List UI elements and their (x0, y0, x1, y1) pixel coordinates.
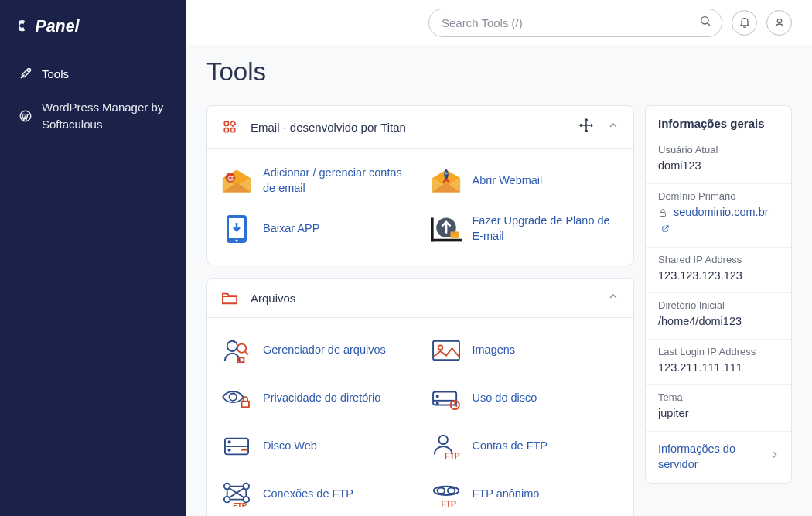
info-value: seudominio.com.br (658, 205, 779, 237)
eye-lock-icon (221, 383, 252, 414)
tool-upgrade-email-plan[interactable]: Fazer Upgrade de Plano de E-mail (425, 207, 626, 251)
chevron-up-icon[interactable] (607, 119, 619, 135)
svg-text:@: @ (227, 174, 234, 182)
tool-label: FTP anônimo (473, 487, 540, 502)
svg-rect-5 (230, 121, 236, 126)
header (186, 0, 812, 45)
external-link-icon (661, 222, 670, 237)
tool-disk-usage[interactable]: Uso do disco (425, 377, 626, 420)
info-card-title: Informações gerais (646, 106, 791, 138)
move-icon[interactable] (578, 117, 595, 137)
tool-label: Conexões de FTP (263, 487, 353, 502)
notifications-button[interactable] (732, 10, 757, 36)
phone-download-icon (221, 214, 252, 244)
sidebar-item-wp-manager[interactable]: WordPress Manager by Softaculous (0, 90, 186, 142)
info-value: domi123 (658, 159, 779, 174)
tool-label: Contas de FTP (473, 439, 548, 454)
svg-text:FTP: FTP (445, 452, 460, 460)
info-row-user: Usuário Atual domi123 (646, 138, 791, 184)
logo: Panel (0, 14, 186, 57)
search-wrap (428, 9, 722, 37)
page-title: Tools (206, 57, 792, 87)
server-info-link[interactable]: Informações do servidor (646, 432, 791, 483)
tool-ftp-accounts[interactable]: FTP Contas de FTP (425, 425, 626, 468)
tool-directory-privacy[interactable]: Privacidade do diretório (215, 377, 417, 420)
svg-text:FTP: FTP (233, 501, 247, 508)
panel-body: Gerenciador de arquivos Imagens (207, 318, 633, 516)
panel-email: Email - desenvolvido por Titan @ (206, 105, 634, 265)
svg-point-39 (437, 487, 444, 494)
info-label: Shared IP Address (658, 254, 779, 265)
tool-open-webmail[interactable]: Abrir Webmail (425, 159, 626, 203)
tool-label: Privacidade do diretório (263, 391, 380, 406)
file-manager-icon (221, 335, 252, 366)
tool-label: Baixar APP (263, 221, 319, 237)
user-icon (773, 16, 786, 29)
svg-text:FTP: FTP (441, 500, 456, 508)
wordpress-icon (19, 109, 32, 123)
svg-point-32 (438, 436, 447, 444)
svg-point-26 (436, 395, 438, 397)
disk-usage-icon (431, 383, 462, 414)
svg-rect-4 (224, 121, 228, 125)
tools-icon (19, 67, 32, 80)
svg-point-10 (445, 172, 448, 175)
sidebar-item-tools[interactable]: Tools (0, 57, 186, 90)
folder-icon (221, 289, 238, 306)
user-menu-button[interactable] (766, 10, 792, 36)
info-row-home-dir: Diretório Inicial /home4/domi123 (646, 293, 791, 340)
ftp-user-icon: FTP (431, 431, 462, 462)
svg-rect-6 (224, 128, 228, 132)
panels-column: Email - desenvolvido por Titan @ (206, 105, 634, 516)
tool-file-manager[interactable]: Gerenciador de arquivos (215, 329, 417, 372)
cpanel-logo-icon: Panel (19, 14, 108, 37)
sidebar: Panel Tools WordPress Manager by Softacu… (0, 0, 186, 516)
info-row-last-ip: Last Login IP Address 123.211.111.111 (646, 340, 791, 386)
content: Tools Email - desenvolvido por Titan (186, 45, 812, 516)
svg-rect-7 (231, 128, 235, 132)
apps-grid-icon (221, 118, 238, 135)
svg-point-22 (438, 345, 442, 350)
chevron-up-icon[interactable] (607, 290, 619, 306)
ftp-connections-icon: FTP (221, 479, 252, 510)
info-row-shared-ip: Shared IP Address 123.123.123.123 (646, 248, 791, 294)
tool-ftp-anonymous[interactable]: FTP FTP anônimo (425, 473, 626, 516)
svg-rect-15 (431, 217, 434, 241)
svg-point-3 (777, 19, 781, 22)
svg-rect-42 (660, 212, 666, 216)
svg-point-30 (228, 441, 230, 443)
tool-label: Adicionar / gerenciar contas de email (263, 166, 411, 196)
info-value: /home4/domi123 (658, 314, 779, 330)
tool-ftp-connections[interactable]: FTP Conexões de FTP (215, 473, 417, 516)
info-label: Last Login IP Address (658, 346, 779, 357)
sidebar-item-label: Tools (42, 67, 69, 80)
panel-title: Email - desenvolvido por Titan (251, 121, 565, 134)
bell-icon (739, 16, 751, 29)
tool-images[interactable]: Imagens (425, 329, 626, 372)
info-row-theme: Tema jupiter (646, 385, 791, 432)
panel-header: Email - desenvolvido por Titan (207, 106, 633, 149)
search-icon (699, 15, 711, 30)
info-value: 123.211.111.111 (658, 361, 779, 376)
svg-point-27 (436, 402, 438, 404)
domain-link[interactable]: seudominio.com.br (674, 206, 769, 218)
svg-rect-24 (242, 402, 249, 408)
tool-label: Disco Web (263, 439, 317, 454)
tool-email-accounts[interactable]: @ Adicionar / gerenciar contas de email (215, 159, 417, 203)
panel-body: @ Adicionar / gerenciar contas de email … (207, 149, 633, 265)
ftp-anon-icon: FTP (431, 479, 462, 510)
envelope-rocket-icon (431, 166, 462, 196)
svg-text:Panel: Panel (35, 17, 80, 36)
upgrade-arrow-icon (431, 214, 462, 244)
info-label: Tema (658, 391, 779, 403)
info-row-domain: Domínio Primário seudominio.com.br (646, 184, 791, 248)
search-input[interactable] (428, 9, 722, 37)
info-label: Usuário Atual (658, 144, 779, 155)
svg-rect-14 (431, 239, 462, 242)
svg-point-40 (447, 487, 454, 494)
svg-point-13 (236, 240, 238, 242)
info-value: 123.123.123.123 (658, 268, 779, 284)
tool-web-disk[interactable]: Disco Web (215, 425, 417, 468)
tool-download-app[interactable]: Baixar APP (215, 207, 417, 251)
chevron-right-icon (769, 449, 780, 465)
